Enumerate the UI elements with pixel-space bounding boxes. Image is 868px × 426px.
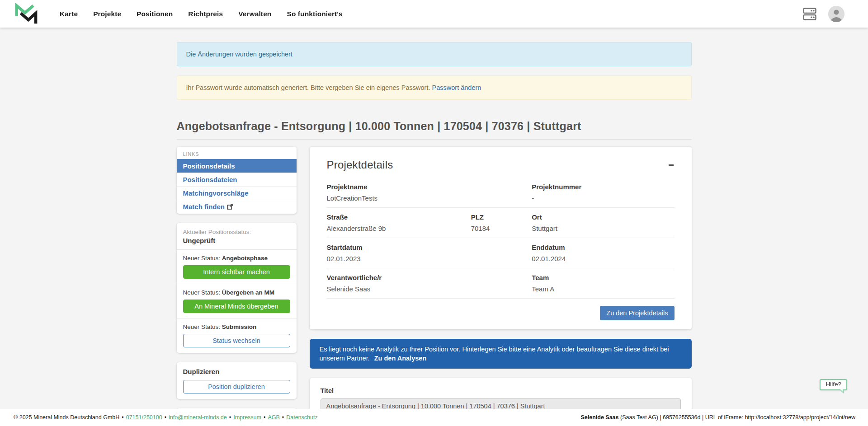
links-card: LINKS Positionsdetails Positionsdateien … [177, 147, 297, 214]
sidebar: LINKS Positionsdetails Positionsdateien … [177, 147, 297, 426]
project-details-panel: Projektdetails Projektname LotCreationTe… [310, 147, 692, 329]
project-row-address: Straße Alexanderstraße 9b PLZ 70184 Ort … [327, 207, 675, 238]
go-to-analyses-link[interactable]: Zu den Analysen [374, 355, 426, 362]
footer-agb-link[interactable]: AGB [268, 414, 279, 421]
separator: • [282, 414, 284, 421]
new-status-prefix: Neuer Status: [183, 255, 221, 262]
status-card: Aktueller Positionsstatus: Ungeprüft Neu… [177, 223, 297, 353]
field-value: - [532, 194, 674, 202]
divider [177, 249, 297, 250]
external-link-icon [227, 203, 233, 211]
copyright-text: © 2025 Mineral Minds Deutschland GmbH [14, 414, 119, 421]
sidebar-item-positionsdateien[interactable]: Positionsdateien [177, 173, 297, 186]
sidebar-item-match-finden[interactable]: Match finden [177, 200, 297, 214]
field-label: Verantwortliche/r [327, 274, 532, 281]
duplicate-card: Duplizieren Position duplizieren [177, 362, 297, 399]
footer-left: © 2025 Mineral Minds Deutschland GmbH • … [14, 414, 318, 421]
title-field-label: Titel [321, 387, 681, 394]
current-status-value: Ungeprüft [183, 237, 290, 244]
field-team: Team Team A [532, 274, 674, 293]
logo-svg [14, 3, 38, 25]
nav-item-richtpreis[interactable]: Richtpreis [188, 10, 223, 18]
success-alert-text: Die Änderungen wurden gespeichert [186, 51, 292, 58]
field-startdatum: Startdatum 02.01.2023 [327, 243, 532, 262]
change-status-button[interactable]: Status wechseln [183, 334, 290, 347]
success-alert: Die Änderungen wurden gespeichert [177, 42, 692, 66]
nav-item-karte[interactable]: Karte [60, 10, 78, 18]
field-ort: Ort Stuttgart [532, 213, 674, 232]
page-footer: © 2025 Mineral Minds Deutschland GmbH • … [0, 409, 868, 426]
nav-item-verwalten[interactable]: Verwalten [238, 10, 271, 18]
footer-meta: (Saas Test AG) | 69576255536d | URL of i… [619, 414, 855, 421]
mineral-minds-logo-icon[interactable] [14, 3, 38, 25]
footer-phone-link[interactable]: 07151/250100 [126, 414, 162, 421]
field-value: 02.01.2024 [532, 255, 674, 262]
nav-item-positionen[interactable]: Positionen [137, 10, 173, 18]
field-plz: PLZ 70184 [471, 213, 532, 232]
field-value: Stuttgart [532, 225, 674, 232]
analytics-banner-text: Es liegt noch keine Analytik zu Ihrer Po… [320, 346, 669, 362]
match-finden-label: Match finden [183, 203, 225, 211]
server-list-icon[interactable] [803, 8, 816, 20]
field-label: Straße [327, 213, 471, 221]
nav-item-so-funktionierts[interactable]: So funktioniert's [287, 10, 342, 18]
links-card-header: LINKS [177, 147, 297, 159]
footer-impressum-link[interactable]: Impressum [233, 414, 261, 421]
collapse-panel-button[interactable] [668, 162, 675, 169]
field-label: Startdatum [327, 243, 532, 251]
field-value: Selenide Saas [327, 285, 532, 293]
current-status-label: Aktueller Positionsstatus: [183, 229, 290, 235]
password-warning-alert: Ihr Passwort wurde automatisch generiert… [177, 75, 692, 100]
duplicate-heading: Duplizieren [183, 368, 290, 375]
field-value: LotCreationTests [327, 194, 532, 202]
change-password-link[interactable]: Passwort ändern [432, 84, 481, 91]
make-visible-internally-button[interactable]: Intern sichtbar machen [183, 265, 290, 279]
field-label: Enddatum [532, 243, 674, 251]
go-to-project-details-button[interactable]: Zu den Projektdetails [600, 306, 674, 320]
new-status-label: Neuer Status: Angebotsphase [183, 255, 290, 262]
new-status-prefix: Neuer Status: [183, 289, 221, 296]
field-label: Projektname [327, 183, 532, 191]
analytics-info-banner: Es liegt noch keine Analytik zu Ihrer Po… [310, 339, 692, 369]
navbar-right [803, 6, 844, 22]
sidebar-item-positionsdetails[interactable]: Positionsdetails [177, 159, 297, 173]
hand-over-to-mineral-minds-button[interactable]: An Mineral Minds übergeben [183, 300, 290, 313]
field-label: Team [532, 274, 674, 281]
page-content: Die Änderungen wurden gespeichert Ihr Pa… [0, 28, 868, 426]
footer-session-info: Selenide Saas (Saas Test AG) | 695762555… [580, 414, 855, 421]
title-divider [177, 139, 692, 140]
separator: • [165, 414, 166, 421]
field-projektnummer: Projektnummer - [532, 183, 674, 202]
user-avatar-icon[interactable] [828, 6, 844, 22]
page-title: Angebotsanfrage - Entsorgung | 10.000 To… [177, 120, 692, 133]
top-navbar: Karte Projekte Positionen Richtpreis Ver… [0, 0, 868, 28]
duplicate-position-button[interactable]: Position duplizieren [183, 380, 290, 393]
minus-icon [669, 164, 674, 166]
sidebar-item-matchingvorschlaege[interactable]: Matchingvorschläge [177, 186, 297, 200]
nav-item-projekte[interactable]: Projekte [93, 10, 121, 18]
divider [177, 318, 297, 318]
project-row-people: Verantwortliche/r Selenide Saas Team Tea… [327, 268, 675, 298]
project-panel-footer: Zu den Projektdetails [327, 298, 675, 320]
separator: • [229, 414, 231, 421]
footer-datenschutz-link[interactable]: Datenschutz [286, 414, 317, 421]
main-column: Projektdetails Projektname LotCreationTe… [310, 147, 692, 426]
new-status-name: Submission [222, 323, 257, 330]
field-value: Team A [532, 285, 674, 293]
help-button[interactable]: Hilfe? [820, 379, 847, 390]
field-strasse: Straße Alexanderstraße 9b [327, 213, 471, 232]
separator: • [122, 414, 123, 421]
field-label: PLZ [471, 213, 532, 221]
project-details-heading: Projektdetails [327, 159, 393, 171]
separator: • [264, 414, 265, 421]
new-status-label: Neuer Status: Übergeben an MM [183, 289, 290, 296]
project-row-dates: Startdatum 02.01.2023 Enddatum 02.01.202… [327, 238, 675, 268]
new-status-name: Angebotsphase [222, 255, 268, 262]
field-value: 70184 [471, 225, 532, 232]
footer-email-link[interactable]: info@mineral-minds.de [169, 414, 227, 421]
field-enddatum: Enddatum 02.01.2024 [532, 243, 674, 262]
new-status-prefix: Neuer Status: [183, 323, 221, 330]
field-label: Projektnummer [532, 183, 674, 191]
field-projektname: Projektname LotCreationTests [327, 183, 532, 202]
new-status-label: Neuer Status: Submission [183, 323, 290, 330]
